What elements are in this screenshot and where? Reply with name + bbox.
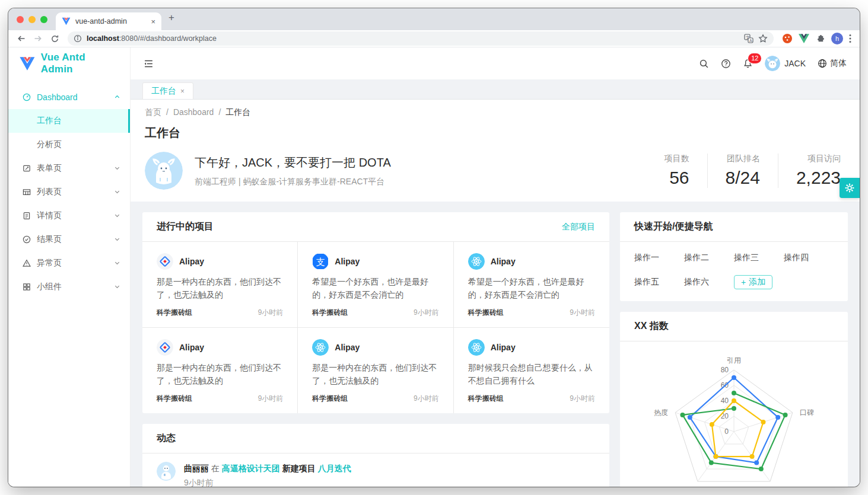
page-tab-bar: 工作台 ×	[131, 79, 860, 100]
quicknav-op-3[interactable]: 操作三	[734, 253, 784, 263]
app-logo-text: Vue Antd Admin	[41, 52, 119, 75]
svg-text:80: 80	[721, 366, 729, 374]
user-avatar	[765, 56, 780, 71]
stat-value: 2,223	[796, 168, 841, 188]
project-card[interactable]: Alipay 那是一种内在的东西，他们到达不了，也无法触及的 科学搬砖组 9小时…	[298, 328, 453, 413]
alipay-logo-icon: 支	[312, 253, 329, 270]
project-name: Alipay	[335, 343, 360, 352]
browser-menu-icon[interactable]	[849, 34, 851, 43]
extensions-bar: h	[780, 33, 854, 44]
sidebar-menu: Dashboard 工作台 分析页 表单页	[8, 79, 130, 299]
vue-devtools-icon[interactable]	[799, 34, 809, 43]
activity-target-link[interactable]: 八月迭代	[318, 464, 351, 473]
breadcrumb-current: 工作台	[225, 107, 250, 118]
help-icon[interactable]	[721, 59, 731, 69]
stat-label: 项目数	[664, 154, 689, 164]
svg-text:热度: 热度	[654, 408, 668, 417]
sidebar-item-form[interactable]: 表单页	[8, 157, 130, 180]
project-group-link[interactable]: 科学搬砖组	[157, 308, 192, 318]
quicknav-op-6[interactable]: 操作六	[684, 277, 734, 288]
project-group-link[interactable]: 科学搬砖组	[312, 394, 348, 404]
user-menu[interactable]: JACK	[765, 56, 806, 71]
react-logo-icon	[312, 339, 329, 356]
theme-settings-button[interactable]	[840, 178, 860, 198]
breadcrumb-section[interactable]: Dashboard	[173, 107, 214, 118]
notifications[interactable]: 12	[743, 59, 753, 69]
reload-icon[interactable]	[47, 31, 62, 46]
sidebar-item-list[interactable]: 列表页	[8, 180, 130, 204]
project-card[interactable]: Alipay 那时候我只会想自己想要什么，从不想自己拥有什么 科学搬砖组 9小时…	[454, 328, 609, 413]
breadcrumb: 首页 / Dashboard / 工作台	[145, 107, 845, 118]
project-card[interactable]: 支 Alipay 希望是一个好东西，也许是最好的，好东西是不会消亡的 科学搬砖组…	[298, 242, 453, 328]
quicknav-op-4[interactable]: 操作四	[784, 253, 834, 263]
project-card[interactable]: Alipay 那是一种内在的东西，他们到达不了，也无法触及的 科学搬砖组 9小时…	[142, 242, 298, 328]
browser-tab[interactable]: vue-antd-admin ×	[56, 12, 161, 30]
sidebar-collapse-icon[interactable]	[144, 59, 154, 69]
chevron-down-icon	[114, 282, 120, 292]
window-controls	[15, 16, 56, 23]
project-desc: 那是一种内在的东西，他们到达不了，也无法触及的	[157, 276, 283, 302]
project-card[interactable]: Alipay 那是一种内在的东西，他们到达不了，也无法触及的 科学搬砖组 9小时…	[142, 328, 298, 413]
project-card[interactable]: Alipay 希望是一个好东西，也许是最好的，好东西是不会消亡的 科学搬砖组 9…	[454, 242, 609, 328]
language-switch[interactable]: 简体	[818, 58, 847, 69]
projects-card-title: 进行中的项目	[157, 221, 214, 233]
extensions-puzzle-icon[interactable]	[815, 34, 825, 44]
activity-user[interactable]: 曲丽丽	[184, 464, 209, 473]
stat-projects: 项目数 56	[647, 154, 707, 188]
quicknav-op-5[interactable]: 操作五	[634, 277, 684, 288]
url-path: :8080/#/dashboard/workplace	[119, 34, 217, 43]
translate-icon[interactable]: 文A	[744, 34, 753, 43]
quicknav-op-1[interactable]: 操作一	[634, 253, 684, 263]
sidebar-item-detail[interactable]: 详情页	[8, 204, 130, 228]
bookmark-star-icon[interactable]	[758, 34, 768, 43]
app-root: Vue Antd Admin Dashboard 工作台 分析页	[8, 47, 860, 487]
extension-orange-icon[interactable]	[782, 33, 793, 44]
search-icon[interactable]	[699, 59, 709, 69]
tab-close-icon[interactable]: ×	[151, 17, 155, 26]
language-label: 简体	[830, 58, 847, 69]
vue-logo-icon	[19, 56, 36, 71]
quicknav-grid: 操作一 操作二 操作三 操作四 操作五 操作六 + 添加	[620, 242, 848, 301]
project-group-link[interactable]: 科学搬砖组	[468, 394, 504, 404]
url-bar[interactable]: localhost:8080/#/dashboard/workplace 文A	[68, 31, 774, 46]
project-group-link[interactable]: 科学搬砖组	[312, 308, 348, 318]
new-tab-button[interactable]: +	[168, 12, 174, 24]
sidebar-item-exception[interactable]: 异常页	[8, 251, 130, 275]
user-role-text: 前端工程师 | 蚂蚁金服-计算服务事业群-REACT平台	[195, 177, 391, 187]
browser-profile-avatar[interactable]: h	[831, 33, 843, 44]
browser-tab-title: vue-antd-admin	[75, 17, 146, 25]
antd-logo-icon	[157, 339, 173, 356]
activity-team-link[interactable]: 高逼格设计天团	[222, 464, 280, 473]
sidebar-item-workbench[interactable]: 工作台	[8, 109, 130, 133]
quicknav-op-2[interactable]: 操作二	[684, 253, 734, 263]
app-logo[interactable]: Vue Antd Admin	[8, 47, 130, 79]
page-title: 工作台	[145, 125, 845, 141]
back-icon[interactable]	[14, 31, 28, 46]
sidebar-item-widget[interactable]: 小组件	[8, 275, 130, 299]
minimize-window-button[interactable]	[28, 16, 36, 23]
sidebar-item-dashboard[interactable]: Dashboard	[8, 85, 130, 109]
page-tab-close-icon[interactable]: ×	[180, 87, 185, 95]
url-host: localhost	[87, 34, 119, 43]
sidebar-item-result[interactable]: 结果页	[8, 228, 130, 251]
sidebar-item-analysis[interactable]: 分析页	[8, 133, 130, 157]
breadcrumb-home[interactable]: 首页	[145, 107, 161, 118]
svg-text:A: A	[749, 39, 752, 43]
all-projects-link[interactable]: 全部项目	[562, 222, 595, 232]
page-tab-workbench[interactable]: 工作台 ×	[142, 82, 193, 99]
page-scroll-area[interactable]: 首页 / Dashboard / 工作台 工作台 下午好，JACK，要不要打一把…	[131, 100, 860, 487]
close-window-button[interactable]	[17, 16, 24, 23]
forward-icon[interactable]	[31, 31, 45, 46]
activity-avatar	[157, 462, 176, 481]
project-group-link[interactable]: 科学搬砖组	[468, 308, 504, 318]
chevron-down-icon	[114, 235, 120, 244]
project-desc: 那时候我只会想自己想要什么，从不想自己拥有什么	[468, 362, 595, 388]
plus-icon: +	[741, 277, 746, 287]
svg-text:0: 0	[724, 427, 729, 436]
site-info-icon[interactable]	[74, 34, 82, 43]
form-icon	[23, 164, 31, 173]
add-button[interactable]: + 添加	[734, 275, 772, 289]
stat-team-rank: 团队排名 8/24	[707, 154, 778, 188]
maximize-window-button[interactable]	[40, 16, 47, 23]
project-group-link[interactable]: 科学搬砖组	[157, 394, 192, 404]
